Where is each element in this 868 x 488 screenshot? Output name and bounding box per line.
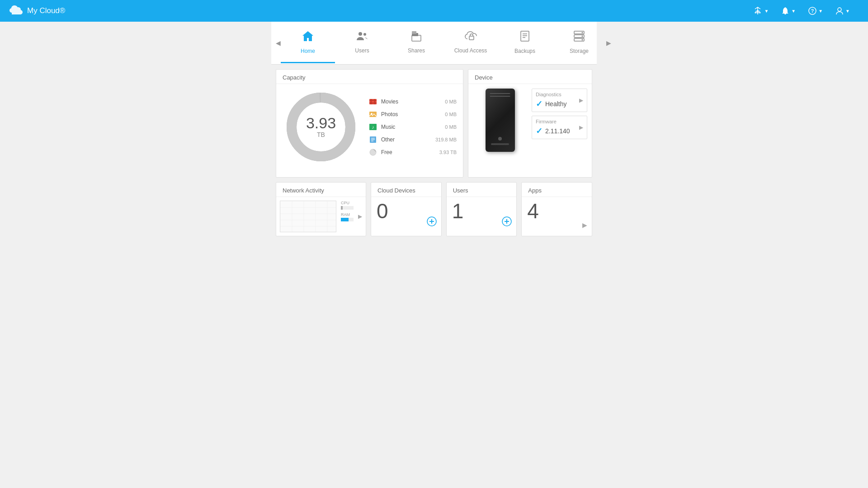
ram-bar <box>341 218 354 221</box>
device-card: Device Diagnostics <box>468 69 592 178</box>
ram-stat: RAM <box>341 212 354 221</box>
diagnostics-check: ✓ <box>536 99 542 109</box>
main-wrapper: ◀ Home <box>0 22 868 241</box>
ram-label: RAM <box>341 212 354 217</box>
svg-point-7 <box>363 33 366 36</box>
tab-users-label: Users <box>355 47 369 54</box>
music-label: Music <box>381 124 441 130</box>
cloud-access-icon <box>464 31 477 45</box>
help-caret: ▼ <box>818 9 823 14</box>
other-icon <box>368 135 377 144</box>
tab-storage[interactable]: Storage <box>552 23 606 63</box>
device-status-panel: Diagnostics ✓ Healthy ▶ Firmware <box>532 89 587 152</box>
firmware-box: Firmware ✓ 2.11.140 ▶ <box>532 116 587 139</box>
device-shape <box>486 89 515 152</box>
donut-center: 3.93 TB <box>306 115 336 139</box>
svg-text:?: ? <box>811 8 814 14</box>
tab-shares-label: Shares <box>408 47 425 54</box>
network-title: Network Activity <box>276 183 366 197</box>
cloud-devices-title: Cloud Devices <box>371 183 441 197</box>
cloud-devices-add[interactable] <box>427 216 437 229</box>
tab-storage-label: Storage <box>570 48 589 54</box>
topbar-actions: ▼ ▼ ? ▼ ▼ <box>753 7 850 15</box>
bell-caret: ▼ <box>791 9 796 14</box>
device-image <box>473 89 527 152</box>
svg-rect-28 <box>371 99 372 104</box>
cpu-fill <box>341 206 343 210</box>
photos-value: 0 MB <box>445 112 457 117</box>
svg-point-1 <box>760 12 761 14</box>
tab-nav-right[interactable]: ▶ <box>606 39 611 47</box>
network-arrow[interactable]: ▶ <box>358 201 362 232</box>
legend-free: Free 3.93 TB <box>368 148 457 157</box>
movies-label: Movies <box>381 99 441 105</box>
users-card: Users 1 <box>446 182 517 236</box>
user-menu[interactable]: ▼ <box>835 7 850 15</box>
music-icon: ♪ <box>368 122 377 131</box>
user-caret: ▼ <box>845 9 850 14</box>
topbar: My Cloud® ▼ ▼ ? ▼ <box>0 0 868 22</box>
tab-cloud-access-label: Cloud Access <box>454 47 487 54</box>
apps-body: 4 ▶ <box>522 197 592 233</box>
svg-rect-26 <box>369 100 377 101</box>
free-value: 3.93 TB <box>439 150 457 155</box>
shares-icon <box>410 31 422 45</box>
tab-users[interactable]: Users <box>335 23 389 63</box>
firmware-arrow[interactable]: ▶ <box>579 124 583 131</box>
photos-label: Photos <box>381 111 441 117</box>
firmware-content: ✓ 2.11.140 <box>536 126 583 136</box>
svg-rect-30 <box>369 112 377 117</box>
diagnostics-content: ✓ Healthy <box>536 99 583 109</box>
content-panel: ◀ Home <box>271 22 597 241</box>
firmware-check: ✓ <box>536 126 542 136</box>
free-icon <box>368 148 377 157</box>
tab-home-label: Home <box>301 48 315 54</box>
svg-rect-11 <box>469 36 474 40</box>
diagnostics-status: Healthy <box>545 100 566 108</box>
svg-text:♪: ♪ <box>372 125 374 130</box>
users-add[interactable] <box>502 216 512 229</box>
tab-home[interactable]: Home <box>281 23 335 63</box>
diagnostics-label: Diagnostics <box>536 92 583 97</box>
apps-count: 4 <box>527 201 586 221</box>
tab-shares[interactable]: Shares <box>389 23 443 63</box>
row-2: Network Activity <box>276 182 592 236</box>
donut-value: 3.93 <box>306 115 336 131</box>
tab-nav-left[interactable]: ◀ <box>276 39 281 47</box>
diagnostics-arrow[interactable]: ▶ <box>579 97 583 103</box>
users-icon <box>356 31 368 45</box>
cpu-stat: CPU <box>341 201 354 210</box>
legend-photos: Photos 0 MB <box>368 110 457 119</box>
help-menu[interactable]: ? ▼ <box>808 7 823 15</box>
svg-point-5 <box>838 8 841 11</box>
firmware-version: 2.11.140 <box>545 127 570 135</box>
row-1: Capacity 3.93 <box>276 69 592 178</box>
logo-text: My Cloud® <box>27 6 65 15</box>
svg-rect-29 <box>374 99 375 104</box>
svg-point-20 <box>582 36 583 37</box>
donut-unit: TB <box>317 131 325 138</box>
firmware-label: Firmware <box>536 119 583 124</box>
svg-rect-2 <box>757 10 759 12</box>
capacity-body: 3.93 TB Movies 0 MB <box>276 84 463 170</box>
apps-card: Apps 4 ▶ <box>521 182 592 236</box>
svg-rect-12 <box>521 31 529 41</box>
tab-backups[interactable]: Backups <box>498 23 552 63</box>
tab-navigation: ◀ Home <box>271 22 597 65</box>
usb-menu[interactable]: ▼ <box>753 7 769 15</box>
apps-arrow[interactable]: ▶ <box>582 221 587 229</box>
movies-value: 0 MB <box>445 99 457 104</box>
svg-rect-10 <box>412 31 416 34</box>
tab-cloud-access[interactable]: Cloud Access <box>443 23 498 63</box>
legend-other: Other 319.8 MB <box>368 135 457 144</box>
device-body: Diagnostics ✓ Healthy ▶ Firmware <box>468 84 592 156</box>
svg-rect-25 <box>369 99 377 104</box>
dashboard: Capacity 3.93 <box>271 65 597 241</box>
users-body: 1 <box>447 197 517 233</box>
diagnostics-box: Diagnostics ✓ Healthy ▶ <box>532 89 587 112</box>
device-title: Device <box>468 70 592 84</box>
network-card: Network Activity <box>276 182 366 236</box>
legend-music: ♪ Music 0 MB <box>368 122 457 131</box>
home-icon <box>302 30 314 45</box>
bell-menu[interactable]: ▼ <box>781 7 796 15</box>
